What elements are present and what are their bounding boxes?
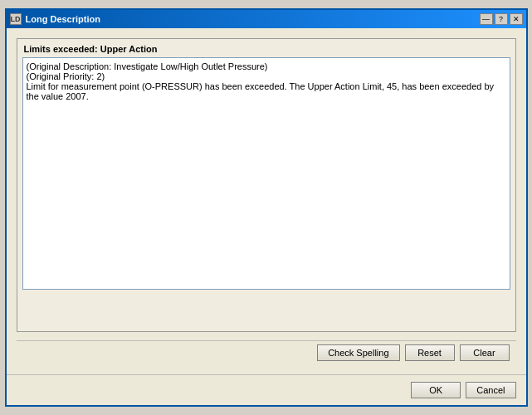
title-bar: LD Long Description — ? ✕ [7, 10, 526, 28]
window-title: Long Description [26, 14, 100, 24]
reset-button[interactable]: Reset [405, 344, 455, 361]
ok-cancel-row: OK Cancel [7, 374, 526, 405]
textarea-container [17, 57, 515, 331]
dialog-window: LD Long Description — ? ✕ Limits exceede… [5, 8, 528, 407]
window-icon: LD [10, 13, 22, 25]
cancel-button[interactable]: Cancel [466, 382, 515, 398]
close-button[interactable]: ✕ [510, 13, 523, 25]
main-panel: Limits exceeded: Upper Action [17, 38, 516, 332]
description-textarea[interactable] [22, 57, 510, 290]
clear-button[interactable]: Clear [460, 344, 510, 361]
title-bar-left: LD Long Description [10, 13, 100, 25]
title-bar-controls: — ? ✕ [480, 13, 523, 25]
check-spelling-button[interactable]: Check Spelling [317, 344, 399, 361]
minimize-button[interactable]: — [480, 13, 493, 25]
ok-button[interactable]: OK [411, 382, 461, 398]
help-button[interactable]: ? [495, 13, 508, 25]
section-header: Limits exceeded: Upper Action [17, 39, 515, 57]
action-button-row: Check Spelling Reset Clear [17, 340, 516, 364]
dialog-content: Limits exceeded: Upper Action Check Spel… [7, 28, 526, 374]
